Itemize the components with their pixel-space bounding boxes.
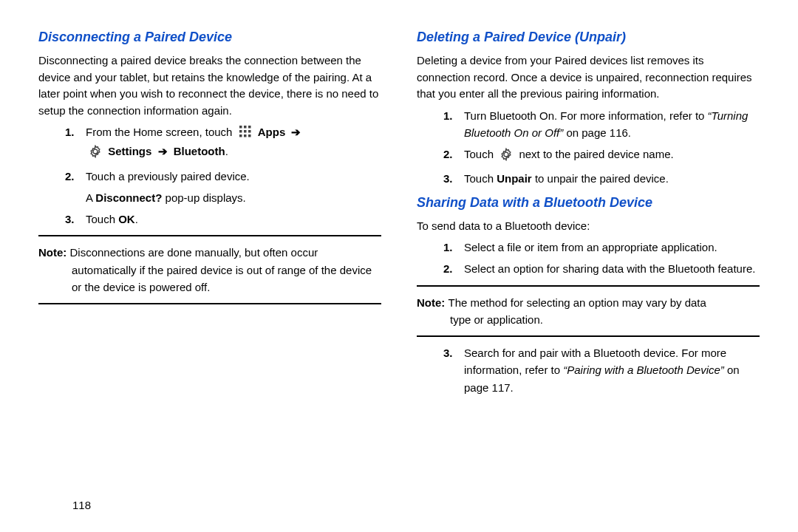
step-number: 2. bbox=[65, 168, 80, 185]
step-text: Touch next to the paired device name. bbox=[464, 146, 760, 166]
step-2: 2.Select an option for sharing data with… bbox=[443, 260, 760, 277]
heading-sharing: Sharing Data with a Bluetooth Device bbox=[417, 195, 760, 211]
cross-ref: “Pairing with a Bluetooth Device” bbox=[563, 364, 724, 376]
intro-para: Deleting a device from your Paired devic… bbox=[417, 52, 760, 103]
note-label: Note: bbox=[38, 246, 70, 259]
divider bbox=[417, 285, 760, 287]
step-number: 1. bbox=[443, 107, 458, 142]
step-number: 3. bbox=[443, 170, 458, 187]
body-text: Deleting a device from your Paired devic… bbox=[417, 52, 760, 188]
step-text: Search for and pair with a Bluetooth dev… bbox=[464, 344, 760, 396]
steps-list: 1. From the Home screen, touch Apps ➔ Se… bbox=[65, 123, 381, 185]
svg-rect-0 bbox=[239, 126, 242, 129]
arrow-icon: ➔ bbox=[158, 143, 168, 160]
note-block: Note: Disconnections are done manually, … bbox=[38, 244, 381, 296]
t: A bbox=[86, 191, 95, 204]
step-text: Touch a previously paired device. bbox=[86, 168, 381, 185]
step-text: Touch Unpair to unpair the paired device… bbox=[464, 170, 760, 187]
svg-rect-3 bbox=[239, 130, 242, 133]
note-cont: automatically if the paired device is ou… bbox=[72, 262, 381, 296]
apps-grid-icon bbox=[239, 125, 252, 143]
step-text: Turn Bluetooth On. For more information,… bbox=[464, 107, 760, 142]
step-text: Touch OK. bbox=[86, 211, 381, 228]
svg-rect-8 bbox=[248, 134, 251, 137]
bluetooth-label: Bluetooth bbox=[174, 145, 225, 157]
note-text: The method for selecting an option may v… bbox=[449, 296, 706, 309]
settings-label: Settings bbox=[108, 145, 151, 157]
steps-list: 1.Select a file or item from an appropri… bbox=[443, 239, 760, 278]
intro-para: To send data to a Bluetooth device: bbox=[417, 218, 760, 235]
step-number: 1. bbox=[443, 239, 458, 256]
step-3: 3.Search for and pair with a Bluetooth d… bbox=[443, 344, 760, 396]
t: to unpair the paired device. bbox=[532, 172, 669, 185]
step-2-sub: A Disconnect? pop-up displays. bbox=[86, 189, 381, 206]
ok-label: OK bbox=[118, 213, 135, 225]
settings-gear-icon bbox=[499, 148, 513, 166]
note-cont: type or application. bbox=[450, 311, 760, 328]
svg-rect-6 bbox=[239, 134, 242, 137]
step-text: Select a file or item from an appropriat… bbox=[464, 239, 760, 256]
note-text: Disconnections are done manually, but of… bbox=[70, 246, 318, 259]
steps-list: 1. Turn Bluetooth On. For more informati… bbox=[443, 107, 760, 188]
right-column: Deleting a Paired Device (Unpair) Deleti… bbox=[417, 30, 760, 511]
body-text: To send data to a Bluetooth device: 1.Se… bbox=[417, 218, 760, 396]
t: Touch bbox=[464, 148, 497, 160]
step-number: 3. bbox=[443, 344, 458, 396]
unpair-label: Unpair bbox=[497, 172, 532, 185]
page-number: 118 bbox=[72, 499, 91, 511]
intro-para: Disconnecting a paired device breaks the… bbox=[38, 52, 381, 119]
step-text: Select an option for sharing data with t… bbox=[464, 260, 760, 277]
t: . bbox=[135, 213, 138, 225]
step-3: 3. Touch Unpair to unpair the paired dev… bbox=[443, 170, 760, 187]
steps-list-cont: 3.Search for and pair with a Bluetooth d… bbox=[443, 344, 760, 396]
steps-list-cont: 3. Touch OK. bbox=[65, 211, 381, 228]
step-2: 2. Touch next to the paired device name. bbox=[443, 146, 760, 166]
t: pop-up displays. bbox=[162, 191, 245, 204]
divider bbox=[38, 303, 381, 304]
t: From the Home screen, touch bbox=[86, 126, 232, 138]
heading-disconnecting: Disconnecting a Paired Device bbox=[38, 30, 381, 45]
note-block: Note: The method for selecting an option… bbox=[417, 294, 760, 329]
step-2: 2. Touch a previously paired device. bbox=[65, 168, 381, 185]
arrow-icon: ➔ bbox=[291, 123, 301, 140]
step-number: 3. bbox=[65, 211, 80, 228]
t: next to the paired device name. bbox=[519, 148, 673, 160]
svg-rect-2 bbox=[248, 126, 251, 129]
t: Touch bbox=[86, 213, 118, 225]
apps-label: Apps bbox=[258, 126, 286, 138]
svg-rect-5 bbox=[248, 130, 251, 133]
settings-gear-icon bbox=[89, 145, 102, 163]
divider bbox=[417, 335, 760, 337]
step-text: From the Home screen, touch Apps ➔ Setti… bbox=[86, 123, 381, 163]
svg-rect-1 bbox=[244, 126, 247, 129]
t: on page 116. bbox=[563, 126, 631, 139]
manual-page: Disconnecting a Paired Device Disconnect… bbox=[0, 0, 798, 532]
divider bbox=[38, 235, 381, 236]
disconnect-label: Disconnect? bbox=[95, 191, 162, 204]
svg-rect-4 bbox=[244, 130, 247, 133]
step-1: 1. From the Home screen, touch Apps ➔ Se… bbox=[65, 123, 381, 163]
t: Touch bbox=[464, 172, 497, 185]
step-number: 1. bbox=[65, 123, 80, 163]
step-3: 3. Touch OK. bbox=[65, 211, 381, 228]
body-text: Disconnecting a paired device breaks the… bbox=[38, 52, 381, 304]
t: Turn Bluetooth On. For more information,… bbox=[464, 109, 708, 122]
step-number: 2. bbox=[443, 260, 458, 277]
heading-deleting: Deleting a Paired Device (Unpair) bbox=[417, 30, 760, 45]
step-number: 2. bbox=[443, 146, 458, 166]
step-1: 1.Select a file or item from an appropri… bbox=[443, 239, 760, 256]
left-column: Disconnecting a Paired Device Disconnect… bbox=[38, 30, 381, 511]
svg-rect-7 bbox=[244, 134, 247, 137]
note-label: Note: bbox=[417, 296, 449, 309]
step-1: 1. Turn Bluetooth On. For more informati… bbox=[443, 107, 760, 142]
